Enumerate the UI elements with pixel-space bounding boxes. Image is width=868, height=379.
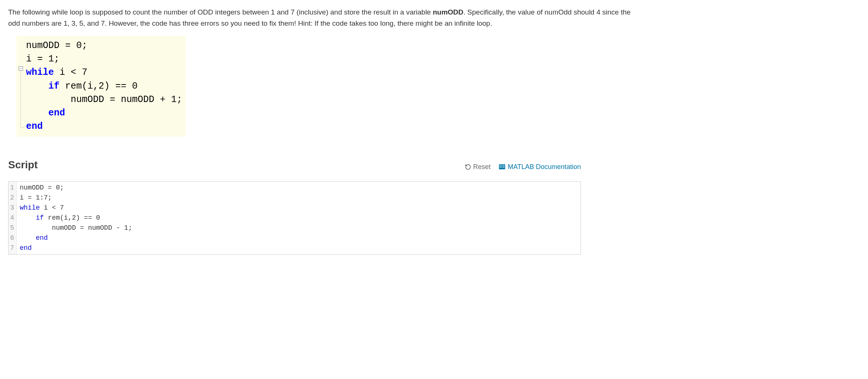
ref-line-4-kw: if [48, 81, 60, 92]
reset-button[interactable]: Reset [465, 163, 491, 171]
section-title: Script [8, 159, 38, 171]
ref-line-2: i = 1; [26, 54, 60, 64]
editor-line-4-rest: rem(i,2) == 0 [44, 214, 100, 222]
svg-rect-5 [502, 166, 505, 167]
ref-line-5: numODD = numODD + 1; [71, 94, 182, 105]
svg-rect-1 [499, 165, 502, 166]
script-section-header: Script Reset MATLAB Documentation [8, 159, 581, 171]
fold-collapse-icon[interactable]: − [19, 66, 23, 71]
editor-line-6-indent [20, 234, 36, 242]
svg-rect-4 [502, 165, 505, 166]
editor-line-4-kw: if [36, 214, 44, 222]
editor-line-1: numODD = 0; [20, 184, 64, 191]
editor-line-2: i = 1:7; [20, 194, 52, 201]
editor-line-7-kw: end [20, 244, 32, 252]
editor-line-3-rest: i < 7 [40, 204, 64, 211]
fold-line-end [20, 127, 24, 128]
problem-description: The following while loop is supposed to … [8, 7, 640, 29]
problem-text-1: The following while loop is supposed to … [8, 8, 433, 16]
reference-code-block: − numODD = 0; i = 1; while i < 7 if rem(… [16, 36, 186, 137]
svg-rect-6 [502, 168, 505, 168]
doc-icon [499, 164, 505, 170]
matlab-doc-link[interactable]: MATLAB Documentation [499, 163, 581, 171]
ref-line-1: numODD = 0; [26, 40, 87, 51]
editor-line-5: numODD = numODD - 1; [20, 224, 132, 232]
ref-line-3-rest: i < 7 [54, 67, 87, 78]
reset-icon [465, 164, 471, 170]
problem-varname: numODD [433, 8, 463, 16]
editor-code-area[interactable]: numODD = 0; i = 1:7; while i < 7 if rem(… [17, 182, 581, 254]
doc-label: MATLAB Documentation [508, 163, 581, 171]
section-actions: Reset MATLAB Documentation [465, 163, 581, 171]
ref-line-6-kw: end [48, 108, 65, 118]
svg-rect-0 [499, 164, 505, 169]
reference-code: numODD = 0; i = 1; while i < 7 if rem(i,… [16, 39, 182, 134]
ref-line-7-kw: end [26, 121, 43, 132]
ref-line-3-kw: while [26, 67, 54, 78]
reset-label: Reset [473, 163, 491, 171]
editor-line-4-indent [20, 214, 36, 222]
ref-line-4-rest: rem(i,2) == 0 [60, 81, 138, 92]
code-editor[interactable]: 1 2 3 4 5 6 7 numODD = 0; i = 1:7; while… [8, 181, 581, 255]
editor-gutter: 1 2 3 4 5 6 7 [9, 182, 17, 254]
fold-line [20, 71, 21, 128]
svg-rect-2 [499, 166, 502, 167]
svg-rect-3 [499, 168, 502, 168]
editor-line-3-kw: while [20, 204, 40, 211]
editor-line-6-kw: end [36, 234, 48, 242]
